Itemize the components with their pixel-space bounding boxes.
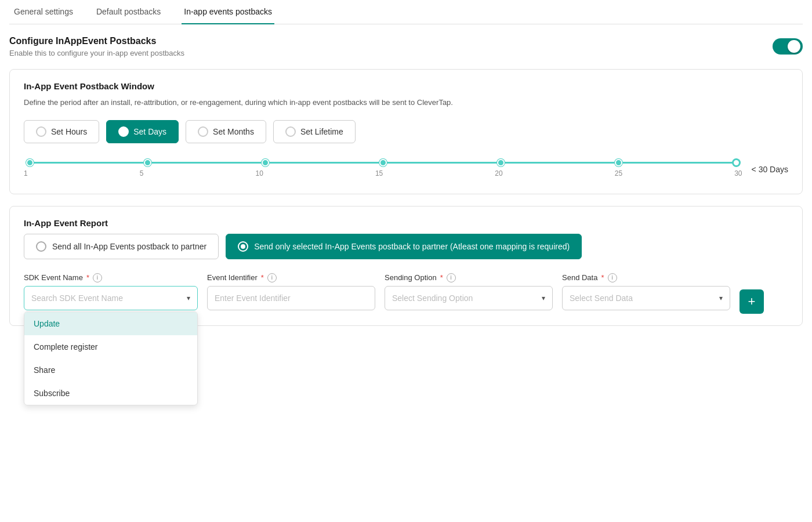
radio-circle-days <box>118 126 129 137</box>
send-data-placeholder: Select Send Data <box>570 293 633 303</box>
sdk-event-name-placeholder: Search SDK Event Name <box>31 293 123 303</box>
option-lifetime-label: Set Lifetime <box>300 127 343 136</box>
postback-window-options: Set Hours Set Days Set Months Set Lifeti… <box>24 120 788 143</box>
report-option-all-label: Send all In-App Events postback to partn… <box>52 242 206 251</box>
slider-dot-20[interactable] <box>497 159 505 166</box>
event-identifier-label: Event Identifier * i <box>207 273 375 282</box>
configure-description: Enable this to configure your in-app eve… <box>9 49 184 57</box>
option-hours-label: Set Hours <box>51 127 87 136</box>
event-identifier-placeholder: Enter Event Identifier <box>215 293 291 303</box>
postback-window-description: Define the period after an install, re-a… <box>24 97 788 108</box>
sending-option-input[interactable]: Select Sending Option ▾ <box>385 286 553 310</box>
slider-label-25: 25 <box>615 169 622 177</box>
report-option-all[interactable]: Send all In-App Events postback to partn… <box>24 234 219 259</box>
slider-label-5: 5 <box>140 169 144 177</box>
slider-label-10: 10 <box>256 169 263 177</box>
slider-section: 1 5 10 15 20 25 30 < 30 Days <box>24 160 788 182</box>
event-identifier-group: Event Identifier * i Enter Event Identif… <box>207 273 375 310</box>
slider-dot-15[interactable] <box>379 159 387 166</box>
configure-title: Configure InAppEvent Postbacks <box>9 36 184 46</box>
send-data-input[interactable]: Select Send Data ▾ <box>562 286 730 310</box>
report-radio-row: Send all In-App Events postback to partn… <box>24 234 788 259</box>
slider-dot-25[interactable] <box>615 159 622 166</box>
toggle-wrapper[interactable] <box>773 38 803 55</box>
sdk-event-name-label: SDK Event Name * i <box>24 273 198 282</box>
sending-option-group: Sending Option * i Select Sending Option… <box>385 273 553 310</box>
send-data-label: Send Data * i <box>562 273 730 282</box>
slider-dot-10[interactable] <box>262 159 269 166</box>
slider-label-20: 20 <box>495 169 502 177</box>
tab-default[interactable]: Default postbacks <box>94 0 163 24</box>
report-radio-circle-selected <box>238 241 248 252</box>
slider-dot-5[interactable] <box>144 159 151 166</box>
slider-dot-30[interactable] <box>733 159 740 166</box>
sdk-event-dropdown: Update Complete register Share Subscribe <box>24 311 198 405</box>
send-data-required-star: * <box>601 273 604 282</box>
sending-option-label: Sending Option * i <box>385 273 553 282</box>
option-set-months[interactable]: Set Months <box>186 120 266 143</box>
slider-label-30: 30 <box>734 169 742 177</box>
option-set-lifetime[interactable]: Set Lifetime <box>273 120 356 143</box>
sdk-required-star: * <box>86 273 89 282</box>
sdk-chevron-icon: ▾ <box>187 294 190 302</box>
event-identifier-input[interactable]: Enter Event Identifier <box>207 286 375 310</box>
radio-circle-hours <box>36 126 46 137</box>
event-identifier-info-icon[interactable]: i <box>267 273 277 282</box>
toggle-thumb <box>788 40 800 53</box>
report-option-selected[interactable]: Send only selected In-App Events postbac… <box>226 234 582 259</box>
add-mapping-button[interactable]: + <box>740 289 764 314</box>
sending-option-chevron-icon: ▾ <box>542 294 545 302</box>
slider-label-1: 1 <box>24 169 28 177</box>
slider-dot-1[interactable] <box>26 159 34 166</box>
fields-row: SDK Event Name * i Search SDK Event Name… <box>24 273 788 314</box>
send-data-chevron-icon: ▾ <box>719 294 723 302</box>
report-option-selected-label: Send only selected In-App Events postbac… <box>254 242 570 251</box>
radio-circle-lifetime <box>285 126 296 137</box>
sending-option-placeholder: Select Sending Option <box>392 293 473 303</box>
option-days-label: Set Days <box>133 127 166 136</box>
postback-window-card: In-App Event Postback Window Define the … <box>9 69 803 194</box>
postback-window-title: In-App Event Postback Window <box>24 81 788 91</box>
slider-value-display: < 30 Days <box>752 165 788 174</box>
slider-labels: 1 5 10 15 20 25 30 <box>24 169 742 177</box>
event-identifier-required-star: * <box>261 273 264 282</box>
tab-inapp[interactable]: In-app events postbacks <box>182 0 274 24</box>
dropdown-item-share[interactable]: Share <box>24 358 197 382</box>
send-data-group: Send Data * i Select Send Data ▾ <box>562 273 730 310</box>
tab-general[interactable]: General settings <box>12 0 75 24</box>
option-months-label: Set Months <box>213 127 254 136</box>
dropdown-item-subscribe[interactable]: Subscribe <box>24 382 197 405</box>
slider-track-wrapper <box>26 162 740 164</box>
slider-label-15: 15 <box>375 169 383 177</box>
radio-circle-months <box>198 126 208 137</box>
configure-section: Configure InAppEvent Postbacks Enable th… <box>9 36 803 57</box>
send-data-info-icon[interactable]: i <box>608 273 617 282</box>
option-set-hours[interactable]: Set Hours <box>24 120 99 143</box>
sdk-event-name-input[interactable]: Search SDK Event Name ▾ <box>24 286 198 310</box>
report-radio-circle-all <box>36 241 46 252</box>
sdk-info-icon[interactable]: i <box>93 273 102 282</box>
sending-option-info-icon[interactable]: i <box>447 273 456 282</box>
event-report-title: In-App Event Report <box>24 218 788 228</box>
slider-dots <box>26 159 740 166</box>
configure-toggle[interactable] <box>773 38 803 55</box>
sending-option-required-star: * <box>440 273 443 282</box>
event-report-card: In-App Event Report Send all In-App Even… <box>9 206 803 326</box>
dropdown-item-update[interactable]: Update <box>24 312 197 335</box>
dropdown-item-complete-register[interactable]: Complete register <box>24 335 197 358</box>
option-set-days[interactable]: Set Days <box>106 120 179 143</box>
tab-bar: General settings Default postbacks In-ap… <box>9 0 803 24</box>
sdk-event-name-group: SDK Event Name * i Search SDK Event Name… <box>24 273 198 310</box>
